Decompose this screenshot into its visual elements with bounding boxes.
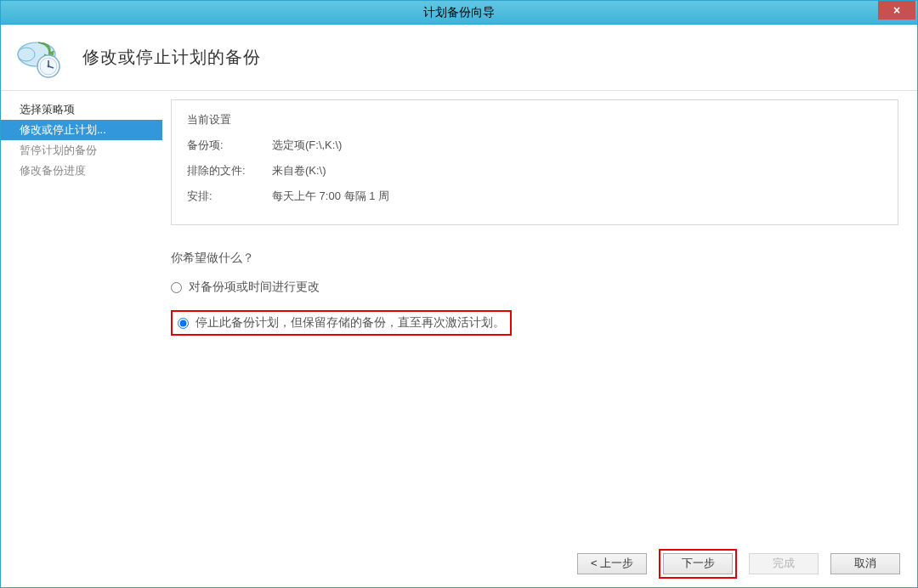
wizard-content: 当前设置 备份项: 选定项(F:\,K:\) 排除的文件: 来自卷(K:\) 安… (162, 91, 917, 540)
sidebar-item-modify-progress: 修改备份进度 (1, 161, 162, 181)
option-modify-items[interactable]: 对备份项或时间进行更改 (171, 280, 898, 295)
sidebar-item-label: 选择策略项 (20, 103, 75, 116)
option-label: 停止此备份计划，但保留存储的备份，直至再次激活计划。 (196, 315, 505, 331)
radio-modify-items[interactable] (171, 282, 182, 293)
sidebar-item-label: 修改备份进度 (20, 164, 86, 177)
sidebar-item-modify-stop[interactable]: 修改或停止计划... (1, 120, 162, 140)
titlebar: 计划备份向导 × (1, 1, 917, 25)
wizard-window: 计划备份向导 × 修改或停止计划的备份 选择策略项 修改 (0, 0, 918, 588)
settings-row-schedule: 安排: 每天上午 7:00 每隔 1 周 (187, 187, 882, 206)
finish-button: 完成 (749, 553, 819, 574)
wizard-footer: < 上一步 下一步 完成 取消 (1, 540, 917, 587)
close-button[interactable]: × (878, 1, 915, 20)
settings-row-excluded-files: 排除的文件: 来自卷(K:\) (187, 161, 882, 180)
current-settings-group: 当前设置 备份项: 选定项(F:\,K:\) 排除的文件: 来自卷(K:\) 安… (171, 99, 898, 225)
svg-point-6 (48, 65, 50, 67)
sidebar-item-label: 暂停计划的备份 (20, 144, 97, 156)
close-icon: × (893, 3, 900, 17)
page-title: 修改或停止计划的备份 (82, 46, 261, 69)
svg-point-1 (18, 48, 35, 61)
settings-value: 选定项(F:\,K:\) (272, 136, 342, 155)
question-label: 你希望做什么？ (171, 251, 898, 266)
back-button[interactable]: < 上一步 (577, 553, 647, 574)
settings-row-backup-items: 备份项: 选定项(F:\,K:\) (187, 136, 882, 155)
settings-label: 安排: (187, 187, 272, 206)
settings-title-label: 当前设置 (187, 110, 272, 129)
wizard-steps-sidebar: 选择策略项 修改或停止计划... 暂停计划的备份 修改备份进度 (1, 91, 162, 540)
backup-wizard-icon (14, 34, 65, 82)
settings-value: 每天上午 7:00 每隔 1 周 (272, 187, 389, 206)
highlighted-option-box: 停止此备份计划，但保留存储的备份，直至再次激活计划。 (171, 310, 512, 336)
sidebar-item-pause-plan: 暂停计划的备份 (1, 140, 162, 161)
settings-label: 备份项: (187, 136, 272, 155)
next-button[interactable]: 下一步 (663, 553, 733, 574)
option-stop-plan[interactable]: 停止此备份计划，但保留存储的备份，直至再次激活计划。 (178, 315, 505, 331)
wizard-body: 选择策略项 修改或停止计划... 暂停计划的备份 修改备份进度 当前设置 备份项… (1, 91, 917, 540)
option-label: 对备份项或时间进行更改 (189, 280, 320, 295)
sidebar-item-label: 修改或停止计划... (20, 123, 106, 136)
sidebar-item-select-policy[interactable]: 选择策略项 (1, 99, 162, 120)
wizard-header: 修改或停止计划的备份 (1, 25, 917, 91)
settings-label: 排除的文件: (187, 161, 272, 180)
window-title: 计划备份向导 (1, 5, 917, 20)
radio-stop-plan[interactable] (178, 318, 189, 329)
settings-value: 来自卷(K:\) (272, 161, 326, 180)
next-button-highlight: 下一步 (659, 549, 737, 579)
cancel-button[interactable]: 取消 (830, 553, 900, 574)
